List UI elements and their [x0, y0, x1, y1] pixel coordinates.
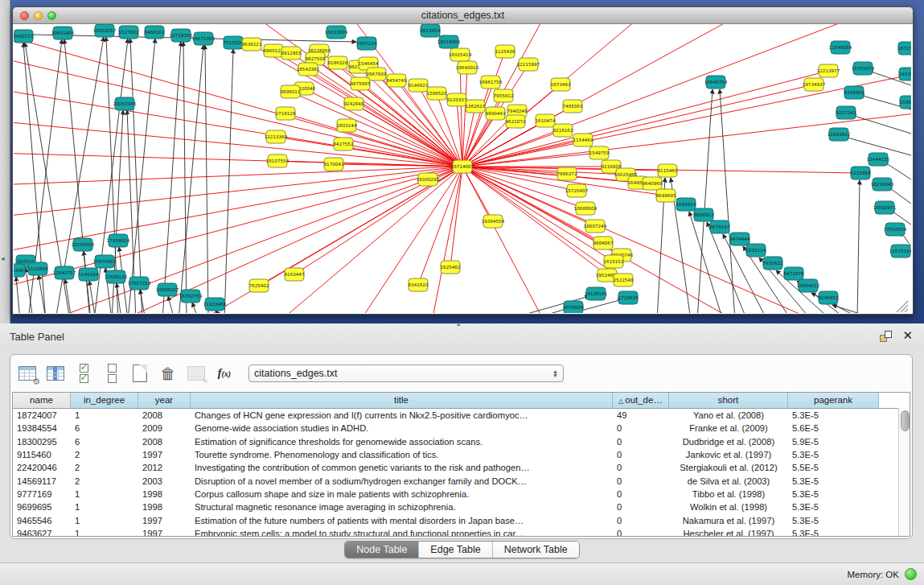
table-row[interactable]: 977716911998Corpus callosum shape and si… — [13, 488, 910, 501]
network-node[interactable]: 8454749 — [387, 74, 407, 87]
select-all-rows-icon[interactable] — [73, 363, 94, 384]
network-node[interactable]: 16782759 — [179, 290, 203, 303]
network-node[interactable]: 9115460 — [658, 164, 678, 177]
network-node[interactable]: 11923466 — [203, 298, 227, 311]
tab-network-table[interactable]: Network Table — [493, 542, 579, 558]
network-node[interactable]: 9884067 — [593, 237, 614, 249]
network-node[interactable]: 7932621 — [763, 257, 783, 270]
table-row[interactable]: 1872400712008Changes of HCN gene express… — [13, 409, 910, 422]
network-node[interactable]: 2718126 — [276, 107, 296, 120]
network-node[interactable]: 9163447 — [285, 268, 305, 281]
network-node[interactable]: 9245652 — [819, 291, 839, 304]
citation-network-graph[interactable]: 1872400724055723069140610853257152760284… — [14, 24, 911, 313]
column-header-in_degree[interactable]: in_degree — [71, 393, 138, 408]
network-node[interactable]: 1115688 — [28, 262, 48, 275]
table-row[interactable]: 969969511998Structural magnetic resonanc… — [13, 501, 910, 513]
network-node[interactable]: 15692971 — [873, 201, 897, 214]
network-node[interactable]: 9242848 — [344, 97, 364, 110]
network-node[interactable]: 9227343 — [836, 106, 856, 119]
network-node[interactable]: 1453082 — [899, 68, 911, 80]
network-node[interactable]: 12215997 — [517, 58, 540, 71]
network-node[interactable]: 1640954 — [676, 198, 696, 211]
network-node[interactable]: 8466162 — [145, 26, 165, 39]
network-node[interactable]: 2935114 — [746, 244, 766, 257]
network-node[interactable]: 9990443 — [486, 107, 506, 120]
network-node[interactable]: 17016504 — [884, 223, 907, 236]
network-node[interactable]: 11675314 — [889, 245, 911, 257]
network-node[interactable]: 1672725 — [898, 42, 911, 55]
network-node[interactable]: 1527602 — [119, 26, 139, 39]
network-node[interactable]: 7955812 — [494, 89, 514, 102]
network-node[interactable]: 9699695 — [656, 189, 676, 202]
column-header-name[interactable]: name — [13, 393, 71, 408]
table-row[interactable]: 911546021997Tourette syndrome. Phenomeno… — [13, 448, 910, 461]
network-node[interactable]: 1125436 — [495, 45, 515, 58]
network-node[interactable]: 1625482 — [441, 261, 461, 274]
network-node[interactable]: 16648784 — [704, 76, 728, 89]
network-node[interactable]: 10688609 — [574, 202, 598, 215]
network-node[interactable]: 19218986 — [437, 35, 461, 48]
network-node[interactable]: 12213977 — [817, 64, 840, 77]
select-columns-icon[interactable] — [45, 363, 66, 384]
panel-divider-handle[interactable]: ▴ — [457, 319, 461, 328]
network-node[interactable]: 9329966 — [844, 86, 864, 99]
network-node[interactable]: 18300295 — [417, 173, 440, 186]
network-node[interactable]: 16961758 — [479, 76, 503, 89]
network-node[interactable]: 8427552 — [334, 138, 354, 150]
network-node[interactable]: 10958107 — [156, 283, 179, 296]
network-node[interactable]: 9640968 — [643, 177, 663, 190]
network-node[interactable]: 12444125 — [867, 153, 890, 166]
column-header-year[interactable]: year — [138, 393, 191, 408]
network-node[interactable]: 12505135 — [105, 270, 128, 283]
network-node[interactable]: 17359924 — [107, 234, 130, 247]
network-node[interactable]: 7857224 — [357, 37, 377, 50]
network-node[interactable]: 7515526 — [224, 36, 244, 49]
network-node[interactable]: 9638221 — [242, 38, 262, 51]
network-node[interactable]: 8186328 — [328, 56, 348, 69]
network-node[interactable]: 9621072 — [506, 115, 526, 128]
network-node[interactable]: 19384554 — [482, 215, 505, 228]
network-node[interactable]: 8215958 — [851, 167, 871, 179]
table-settings-icon[interactable]: ⚙ — [17, 363, 38, 384]
network-node[interactable]: 16033809 — [325, 26, 348, 39]
network-node[interactable]: 1733426 — [618, 291, 639, 304]
network-node[interactable]: 1610474 — [536, 114, 556, 127]
network-node[interactable]: 2803144 — [337, 119, 357, 132]
network-node[interactable]: 16210643 — [871, 178, 894, 191]
network-node[interactable]: 18724007 — [451, 160, 474, 173]
tab-node-table[interactable]: Node Table — [345, 542, 419, 558]
network-node[interactable]: 1973493 — [551, 78, 571, 91]
network-node[interactable]: 18640910 — [456, 61, 479, 74]
network-node[interactable]: 8813054 — [421, 24, 441, 37]
network-node[interactable]: 9170041 — [324, 158, 344, 171]
table-row[interactable]: 946362711997Embryonic stem cells: a mode… — [13, 527, 910, 537]
network-node[interactable]: 8471676 — [784, 267, 804, 280]
network-node[interactable]: 1615152 — [604, 255, 624, 268]
network-node[interactable]: 19734937 — [803, 78, 826, 91]
resize-grip-icon[interactable] — [905, 309, 908, 312]
network-window-titlebar[interactable]: citations_edges.txt — [13, 7, 913, 24]
network-node[interactable]: 10853257 — [93, 24, 117, 37]
network-node[interactable]: 17957253 — [128, 277, 151, 290]
table-row[interactable]: 1456911722003Disruption of a novel membe… — [13, 474, 910, 487]
table-row[interactable]: 2242004622012Investigating the contribut… — [13, 461, 910, 474]
delete-column-icon[interactable]: 🗑 — [158, 363, 179, 384]
network-node[interactable]: 18807249 — [584, 220, 607, 233]
network-node[interactable]: 2405572 — [14, 30, 33, 43]
network-node[interactable]: 11548084 — [829, 41, 852, 54]
network-node[interactable]: 18543382 — [297, 63, 319, 76]
network-node[interactable]: 10654012 — [797, 279, 819, 292]
network-node[interactable]: 391540 — [14, 264, 25, 277]
network-node[interactable]: 1362615 — [466, 100, 486, 113]
network-node[interactable]: 9146821 — [409, 79, 429, 92]
vertical-scrollbar[interactable] — [898, 408, 910, 536]
network-node[interactable]: 7886372 — [557, 167, 577, 180]
network-node[interactable]: 9078609 — [564, 301, 584, 313]
network-node[interactable]: 8958923 — [694, 208, 714, 221]
network-node[interactable]: 14136141 — [585, 287, 608, 300]
network-node[interactable]: 2522540 — [614, 274, 634, 286]
west-panel-strip[interactable]: ◂ — [0, 0, 10, 323]
collapse-arrow-icon[interactable]: ◂ — [1, 254, 5, 262]
network-node[interactable]: 16671385 — [192, 32, 216, 45]
network-node[interactable]: 20206506 — [72, 238, 95, 251]
